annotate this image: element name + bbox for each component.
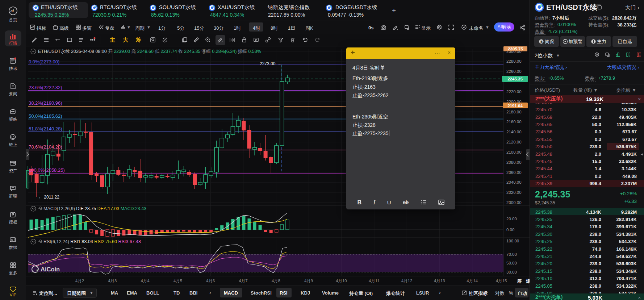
svg-text:2305.75: 2305.75 [508,47,523,51]
svg-text:AiCoin: AiCoin [41,266,60,272]
svg-text:2220.00: 2220.00 [506,89,522,94]
svg-text:2020.00: 2020.00 [506,190,522,195]
svg-text:2260.00: 2260.00 [506,69,522,74]
svg-text:2280.00: 2280.00 [506,59,522,63]
svg-text:4月3: 4月3 [108,279,117,283]
svg-text:2060.00: 2060.00 [506,170,522,175]
svg-text:100.00: 100.00 [506,239,519,243]
svg-text:4月4: 4月4 [141,279,150,283]
svg-text:38.2%(2190.96): 38.2%(2190.96) [29,100,62,106]
svg-text:RSI(6,12,24) RSI1:83.04 RSI2:7: RSI(6,12,24) RSI1:83.04 RSI2:75.60 RSI3:… [43,239,141,244]
svg-text:70.00: 70.00 [506,252,517,257]
svg-text:4月12: 4月12 [401,279,413,283]
svg-text:50.0%(2165.62): 50.0%(2165.62) [29,113,62,119]
svg-text:0.0%(2273.00): 0.0%(2273.00) [29,59,59,64]
svg-text:2000.00: 2000.00 [506,200,522,205]
svg-text:78.6%(2104.20): 78.6%(2104.20) [29,144,62,150]
svg-text:30.00: 30.00 [506,270,517,274]
svg-text:2040.00: 2040.00 [506,180,522,184]
svg-text:23.6%(2222.32): 23.6%(2222.32) [29,85,62,90]
svg-text:爆: 爆 [526,279,530,284]
svg-text:ETH/USDT永续 2026-04-08 08:00 开: ETH/USDT永续 2026-04-08 08:00 开 2239.00 高 … [38,49,261,54]
svg-text:4月5: 4月5 [173,279,182,283]
svg-text:20.00: 20.00 [506,217,517,221]
svg-text:← 2011.22: ← 2011.22 [38,195,59,200]
svg-text:2140.00: 2140.00 [506,130,522,134]
svg-text:2120.00: 2120.00 [506,140,522,144]
svg-text:4月7: 4月7 [239,279,247,283]
svg-text:100.0%(2058.25): 100.0%(2058.25) [29,167,65,173]
svg-text:ai: ai [11,9,14,13]
svg-text:2100.00: 2100.00 [506,150,522,154]
svg-text:4月14: 4月14 [467,279,478,283]
svg-text:50.00: 50.00 [506,261,517,265]
svg-text:→: → [277,62,281,66]
svg-text:筹: 筹 [517,279,522,284]
svg-text:4月8: 4月8 [272,279,280,283]
svg-text:4月11: 4月11 [369,279,380,283]
svg-text:4月10: 4月10 [336,279,347,283]
svg-text:4月2: 4月2 [75,279,84,283]
svg-text:0.00: 0.00 [506,228,514,232]
svg-text:2245.35: 2245.35 [507,77,523,81]
svg-text:61.8%(2140.28): 61.8%(2140.28) [29,126,62,132]
svg-text:4月9: 4月9 [304,279,313,283]
svg-text:2080.00: 2080.00 [506,160,522,164]
svg-text:4月15: 4月15 [496,279,507,283]
svg-text:4月13: 4月13 [434,279,445,283]
svg-text:2191.04: 2191.04 [507,104,523,108]
svg-text:B: B [540,40,543,43]
svg-text:2180.00: 2180.00 [506,110,522,114]
svg-text:2160.00: 2160.00 [506,120,522,124]
svg-text:2273.00: 2273.00 [260,61,276,66]
svg-text:4月6: 4月6 [206,279,215,283]
svg-text:MACD(12,26,9) DIF:28.75 DEA:17: MACD(12,26,9) DIF:28.75 DEA:17.03 MACD:2… [43,206,146,211]
